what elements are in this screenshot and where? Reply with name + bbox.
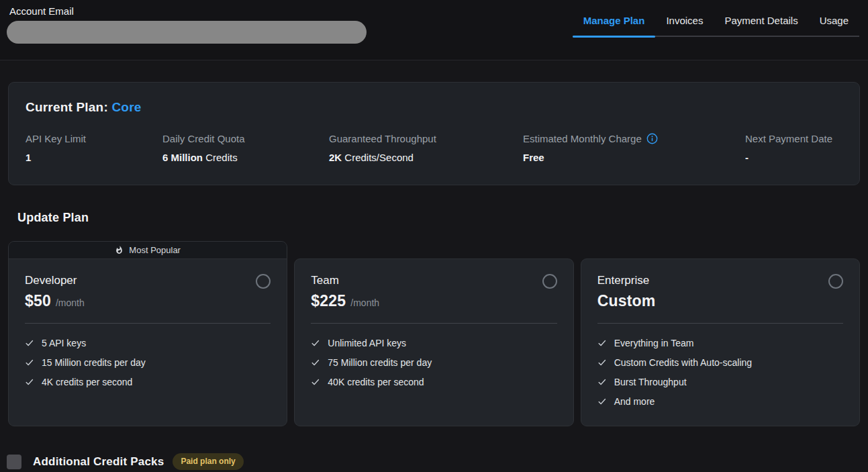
stat-guaranteed-throughput: Guaranteed Throughput 2K Credits/Second (329, 133, 523, 163)
plan-divider (311, 323, 557, 324)
plan-name: Developer (25, 274, 271, 287)
feature-item: 75 Million credits per day (311, 357, 557, 368)
additional-credit-packs-label: Additional Credit Packs (33, 455, 164, 469)
stat-api-key-limit: API Key Limit 1 (26, 133, 162, 163)
feature-item: Unlimited API keys (311, 338, 557, 348)
check-icon (597, 397, 607, 406)
stat-label: Estimated Monthly Charge (523, 133, 642, 144)
current-plan-name: Core (111, 100, 141, 114)
plan-name: Team (311, 274, 557, 287)
stat-value: 1 (26, 152, 31, 163)
account-email-label: Account Email (7, 5, 367, 17)
plans-row: Most Popular Developer $50 /month 5 API … (8, 241, 860, 426)
feature-item: And more (597, 396, 843, 407)
check-icon (25, 377, 34, 387)
plan-card-developer[interactable]: Most Popular Developer $50 /month 5 API … (8, 241, 287, 426)
plan-card-team[interactable]: Team $225 /month Unlimited API keys 75 M… (294, 258, 573, 426)
check-icon (597, 338, 607, 348)
current-plan-card: Current Plan: Core API Key Limit 1 Daily… (8, 82, 860, 185)
billing-tabs: Manage Plan Invoices Payment Details Usa… (573, 9, 859, 37)
check-icon (311, 377, 320, 387)
check-icon (311, 358, 320, 367)
plan-price: $50 (25, 292, 51, 310)
current-plan-title-prefix: Current Plan: (26, 100, 111, 114)
additional-credit-packs-row: Additional Credit Packs Paid plan only (7, 453, 868, 470)
plan-price: Custom (597, 292, 656, 310)
stat-daily-credit-quota: Daily Credit Quota 6 Million Credits (162, 133, 329, 163)
feature-item: Everything in Team (597, 338, 843, 348)
plan-price: $225 (311, 292, 346, 310)
feature-item: 5 API keys (25, 338, 271, 348)
plan-period: /month (56, 297, 85, 308)
current-plan-stats: API Key Limit 1 Daily Credit Quota 6 Mil… (26, 133, 842, 163)
plan-features: Unlimited API keys 75 Million credits pe… (311, 338, 557, 387)
stat-value: Free (523, 152, 544, 163)
plan-divider (25, 323, 271, 324)
feature-item: Custom Credits with Auto-scaling (597, 357, 843, 368)
feature-item: 15 Million credits per day (25, 357, 271, 368)
stat-next-payment-date: Next Payment Date - (745, 133, 842, 163)
feature-item: Burst Throughput (597, 377, 843, 387)
plan-name: Enterprise (597, 274, 843, 287)
additional-credit-packs-checkbox[interactable] (7, 455, 21, 469)
check-icon (25, 358, 34, 367)
info-icon[interactable] (646, 133, 658, 144)
stat-estimated-monthly-charge: Estimated Monthly Charge Free (523, 133, 745, 163)
current-plan-title: Current Plan: Core (26, 100, 842, 115)
stat-label: Next Payment Date (745, 133, 832, 144)
tab-payment-details[interactable]: Payment Details (714, 9, 808, 36)
plan-radio-team[interactable] (542, 274, 557, 289)
tab-manage-plan[interactable]: Manage Plan (573, 9, 656, 36)
account-email-input[interactable] (7, 21, 367, 44)
plan-period: /month (350, 297, 379, 308)
most-popular-label: Most Popular (129, 245, 181, 255)
stat-label: Daily Credit Quota (162, 133, 245, 144)
plan-features: 5 API keys 15 Million credits per day 4K… (25, 338, 271, 387)
plan-features: Everything in Team Custom Credits with A… (597, 338, 843, 407)
account-email-block: Account Email (7, 5, 367, 44)
check-icon (597, 358, 607, 367)
check-icon (597, 377, 607, 387)
check-icon (25, 338, 34, 348)
feature-item: 40K credits per second (311, 377, 557, 387)
plan-radio-enterprise[interactable] (828, 274, 843, 289)
check-icon (311, 338, 320, 348)
tab-usage[interactable]: Usage (809, 9, 859, 36)
stat-label: API Key Limit (26, 133, 86, 144)
flame-icon (115, 246, 124, 254)
plan-divider (597, 323, 843, 324)
stat-value: 2K (329, 152, 342, 163)
plan-card-enterprise[interactable]: Enterprise Custom Everything in Team Cus… (581, 258, 860, 426)
stat-value: - (745, 152, 749, 163)
tab-invoices[interactable]: Invoices (655, 9, 714, 36)
paid-plan-only-badge: Paid plan only (173, 453, 243, 470)
page-header: Account Email Manage Plan Invoices Payme… (0, 0, 868, 60)
stat-value: 6 Million (162, 152, 203, 163)
feature-item: 4K credits per second (25, 377, 271, 387)
most-popular-band: Most Popular (9, 242, 287, 259)
update-plan-heading: Update Plan (17, 211, 868, 225)
stat-label: Guaranteed Throughput (329, 133, 436, 144)
